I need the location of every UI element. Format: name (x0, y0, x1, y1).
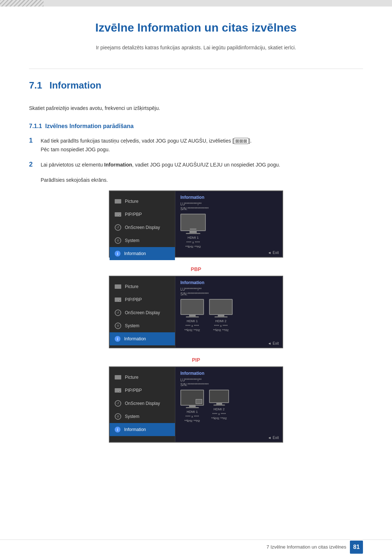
osd-left-panel: Picture PIP/PBP ↺ OnScreen Display ⚙ (110, 191, 175, 257)
step-2: 2 Lai pārvietotos uz elementu Informatio… (29, 161, 363, 169)
picture-icon (115, 199, 121, 204)
pip-base-sub (213, 405, 225, 406)
page-number: 81 (350, 541, 363, 554)
subsection-title: 7.1.1 Izvēlnes Information parādīšana (29, 123, 363, 130)
pip-exit-arrow: ◄ (268, 436, 271, 440)
pip2-info-icon: i (115, 427, 121, 432)
menu-item-information[interactable]: i Information (110, 247, 175, 260)
osd-label-text: OnScreen Display (125, 225, 160, 230)
pip-monitor-sub: HDMI 2 **** x **** **kHz **Hz (209, 390, 229, 423)
pip-label: PIP (29, 357, 363, 363)
pbp-monitors: HDMI 1 **** x **** **kHz **Hz HDMI 2 ***… (180, 299, 277, 333)
pip-line1: LU*********/** (180, 378, 277, 382)
osd-diagram-pbp: Picture PIP/PBP ↺ OnScreen Display ⚙ Sys… (29, 276, 363, 348)
monitor-screen-single (180, 214, 206, 231)
subsection-title-text: Izvēlnes Information parādīšana (45, 123, 134, 129)
info-line2: S/N:*************** (180, 207, 277, 211)
pbp-exit-label: Exit (273, 341, 279, 345)
pip-screen-sub (209, 390, 229, 403)
pip2-system-label: System (125, 414, 139, 419)
pbp-label-2: HDMI 2 **** x **** **kHz **Hz (209, 319, 233, 333)
pbp-label-1: HDMI 1 **** x **** **kHz **Hz (180, 319, 204, 333)
pbp-info-icon: i (115, 336, 121, 342)
pbp-pip-label: PIP/PBP (125, 297, 142, 302)
pip-menu-picture[interactable]: Picture (110, 371, 175, 384)
pip-icon (115, 212, 121, 217)
pbp-line2: S/N:*************** (180, 292, 277, 296)
section-description: Skatiet pašreizējo ievades avotu, frekve… (29, 104, 363, 112)
pip-base-main (186, 407, 199, 408)
pip-right-panel: Information LU*********/** S/N:*********… (175, 367, 282, 442)
step-1: 1 Kad tiek parādīts funkcijas taustiņu c… (29, 137, 363, 154)
info-line1: LU*********/** (180, 202, 277, 206)
pbp-menu-information[interactable]: i Information (110, 332, 175, 345)
pbp-base-2 (215, 316, 228, 317)
pip-menu-information[interactable]: i Information (110, 423, 175, 436)
pip-monitor-main: HDMI 1 **** x **** **kHz **Hz (180, 390, 204, 423)
pbp-menu-system[interactable]: ⚙ System (110, 319, 175, 332)
pbp-exit-arrow: ◄ (268, 341, 271, 345)
osd-screen-pip: Picture PIP/PBP ↺ OnScreen Display ⚙ Sys… (109, 366, 283, 443)
pip-line2: S/N:*************** (180, 383, 277, 387)
pbp-exit[interactable]: ◄ Exit (268, 341, 279, 345)
monitor-base (186, 233, 200, 234)
pip-exit-label: Exit (273, 436, 279, 440)
pip2-osd-icon: ↺ (115, 400, 121, 407)
picture-label: Picture (125, 199, 138, 204)
main-title: Izvēlne Information un citas izvēlnes (29, 21, 363, 38)
pip-menu-pip[interactable]: PIP/PBP (110, 384, 175, 397)
pip2-system-icon: ⚙ (115, 413, 121, 420)
pip-menu-system[interactable]: ⚙ System (110, 410, 175, 423)
osd-screen-single: Picture PIP/PBP ↺ OnScreen Display ⚙ (109, 190, 283, 258)
pbp-system-icon: ⚙ (115, 323, 121, 329)
osd-right-info-panel: Information LU*********/** S/N:*********… (175, 191, 282, 257)
pbp-menu-pip[interactable]: PIP/PBP (110, 293, 175, 306)
info-panel-title: Information (180, 195, 277, 200)
osd-left-panel-pbp: Picture PIP/PBP ↺ OnScreen Display ⚙ Sys… (110, 276, 175, 348)
section-title: Information (49, 80, 101, 91)
pbp-menu-picture[interactable]: Picture (110, 280, 175, 293)
osd-screen-pbp: Picture PIP/PBP ↺ OnScreen Display ⚙ Sys… (109, 276, 283, 348)
menu-item-pip[interactable]: PIP/PBP (110, 208, 175, 221)
main-subtitle: Ir pieejams detalizēts katras funkcijas … (29, 45, 363, 50)
pbp-info-title: Information (180, 280, 277, 285)
osd-left-panel-pip: Picture PIP/PBP ↺ OnScreen Display ⚙ Sys… (110, 367, 175, 442)
step-1-text: Kad tiek parādīts funkcijas taustiņu ceļ… (41, 137, 252, 154)
pip2-information-label: Information (124, 427, 146, 432)
pbp-base-1 (186, 316, 199, 317)
menu-item-picture[interactable]: Picture (110, 195, 175, 208)
info-icon: i (115, 251, 121, 257)
monitor-label-single: HDMI 1 **** x **** **kHz **Hz (180, 235, 206, 249)
pbp-pip-icon (115, 297, 121, 302)
monitor-area-single: HDMI 1 **** x **** **kHz **Hz (180, 214, 277, 249)
menu-item-osd[interactable]: ↺ OnScreen Display (110, 221, 175, 234)
section-header: 7.1 Information (29, 80, 363, 97)
pip-exit[interactable]: ◄ Exit (268, 436, 279, 440)
subsection-number: 7.1.1 (29, 123, 42, 129)
pip-screen-main (180, 390, 204, 406)
system-icon: ⚙ (115, 237, 121, 244)
osd-icon: ↺ (115, 224, 121, 231)
pip2-pip-icon (115, 388, 121, 393)
pip2-pip-label: PIP/PBP (125, 388, 142, 393)
exit-label: Exit (273, 251, 279, 255)
pbp-osd-label: OnScreen Display (125, 310, 160, 315)
step-1-number: 1 (29, 137, 36, 144)
pbp-line1: LU*********/** (180, 287, 277, 291)
osd-diagram-pip: Picture PIP/PBP ↺ OnScreen Display ⚙ Sys… (29, 366, 363, 443)
top-border (0, 0, 392, 7)
pip-menu-osd[interactable]: ↺ OnScreen Display (110, 397, 175, 410)
pip-inset-screen (196, 399, 202, 404)
osd-diagram-single: Picture PIP/PBP ↺ OnScreen Display ⚙ (29, 190, 363, 258)
system-label: System (125, 238, 139, 243)
pip2-picture-icon (115, 375, 121, 379)
pbp-osd-icon: ↺ (115, 309, 121, 316)
pbp-menu-osd[interactable]: ↺ OnScreen Display (110, 306, 175, 319)
information-label: Information (124, 251, 146, 256)
menu-item-system[interactable]: ⚙ System (110, 234, 175, 247)
pbp-monitor-1: HDMI 1 **** x **** **kHz **Hz (180, 299, 204, 333)
exit-button[interactable]: ◄ Exit (268, 251, 279, 255)
pbp-picture-icon (115, 284, 121, 289)
pbp-right-panel: Information LU*********/** S/N:*********… (175, 276, 282, 348)
pip2-osd-label: OnScreen Display (125, 401, 160, 406)
